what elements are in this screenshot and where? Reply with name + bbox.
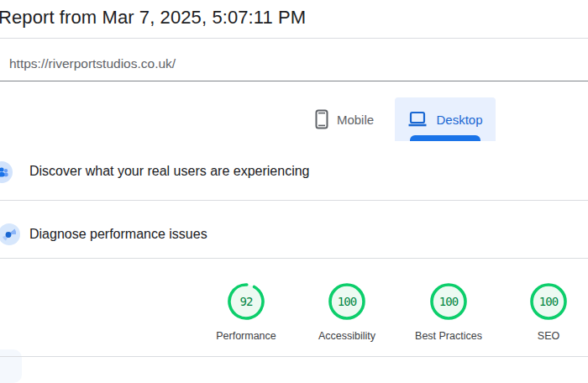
lab-data-section-label: Diagnose performance issues [29, 227, 207, 242]
selected-tab-indicator [410, 135, 480, 141]
tab-desktop-label: Desktop [436, 113, 482, 127]
users-icon [0, 161, 13, 186]
laptop-icon [407, 111, 428, 128]
section-divider-1 [0, 200, 588, 201]
score-label: Best Practices [398, 330, 499, 342]
tab-desktop[interactable]: Desktop [395, 97, 496, 141]
cutoff-panel-fragment [0, 349, 22, 383]
score-label: Accessibility [297, 330, 397, 342]
field-data-section-label: Discover what your real users are experi… [29, 164, 309, 179]
tab-mobile-label: Mobile [337, 113, 374, 127]
score-gauge-best-practices[interactable]: 100Best Practices [398, 282, 499, 342]
score-gauge-performance[interactable]: 92Performance [196, 282, 297, 342]
speedometer-icon [0, 223, 20, 249]
score-gauge-accessibility[interactable]: 100Accessibility [297, 282, 397, 342]
section-divider-2 [0, 258, 588, 259]
tab-mobile[interactable]: Mobile [298, 97, 391, 141]
url-input[interactable] [0, 46, 588, 81]
score-value: 100 [328, 282, 366, 321]
bottom-divider [0, 356, 588, 357]
smartphone-icon [315, 109, 328, 129]
score-label: SEO [498, 330, 588, 342]
score-value: 100 [429, 282, 468, 321]
score-value: 100 [529, 282, 568, 321]
header-divider [0, 38, 588, 39]
report-title: Report from Mar 7, 2025, 5:07:11 PM [0, 7, 306, 29]
score-value: 92 [227, 282, 265, 321]
score-gauge-seo[interactable]: 100SEO [498, 282, 588, 342]
pagespeed-report-panel: Report from Mar 7, 2025, 5:07:11 PM Mobi… [0, 0, 588, 383]
score-label: Performance [196, 330, 297, 342]
